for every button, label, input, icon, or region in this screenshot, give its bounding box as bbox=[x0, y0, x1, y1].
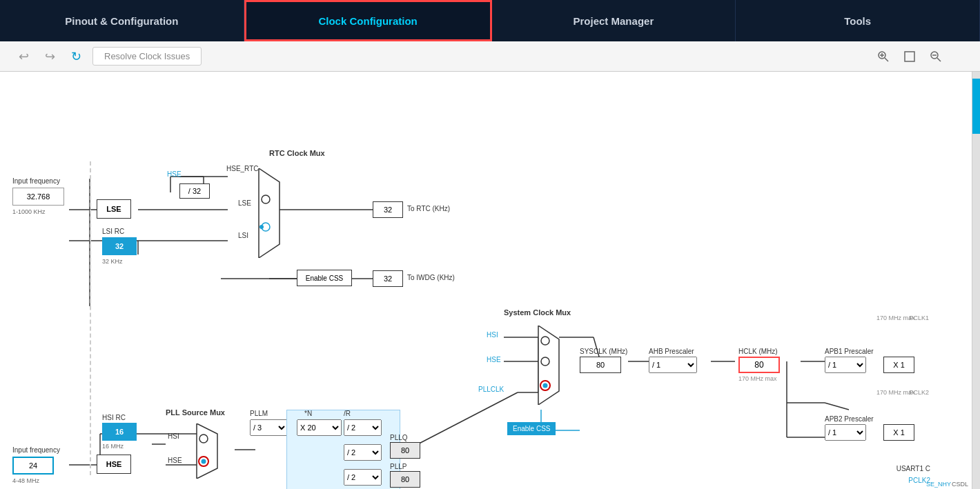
svg-line-31 bbox=[407, 392, 518, 450]
iwdg-output-box: 32 bbox=[373, 270, 403, 287]
svg-point-62 bbox=[543, 383, 548, 388]
svg-line-40 bbox=[825, 403, 849, 410]
input-freq-value[interactable]: 32.768 bbox=[12, 188, 64, 206]
pllq-value-box: 80 bbox=[390, 442, 420, 459]
lsi-mux-label: LSI bbox=[238, 232, 248, 239]
tab-pinout-label: Pinout & Configuration bbox=[65, 15, 178, 27]
hsi-pll-label: HSI bbox=[168, 432, 179, 440]
ahb-prescaler-label: AHB Prescaler bbox=[649, 348, 694, 355]
pllclk-label: PLLCLK bbox=[478, 386, 504, 393]
svg-point-59 bbox=[541, 337, 549, 345]
hsi-rc-label: HSI RC bbox=[102, 414, 126, 421]
system-mux-shape bbox=[535, 326, 562, 405]
hse-rtc-label: HSE_RTC bbox=[226, 165, 259, 172]
svg-line-1 bbox=[885, 58, 888, 61]
refresh-button[interactable]: ↻ bbox=[66, 47, 86, 66]
toolbar: ↩ ↪ ↻ Resolve Clock Issues bbox=[0, 41, 980, 72]
pllq-label: PLLQ bbox=[390, 434, 408, 441]
apb1-prescaler-label: APB1 Prescaler bbox=[825, 348, 874, 355]
hse-label-rtc: HSE bbox=[167, 170, 182, 178]
hse-pll-label: HSE bbox=[168, 457, 182, 464]
scrollbar-thumb[interactable] bbox=[972, 79, 980, 134]
plln-select[interactable]: X 20 bbox=[297, 419, 342, 436]
hclk-max-label: 170 MHz max bbox=[738, 375, 777, 382]
hsi-rc-value[interactable]: 16 bbox=[102, 423, 137, 441]
tab-project-label: Project Manager bbox=[574, 15, 654, 27]
svg-line-6 bbox=[937, 58, 941, 61]
se-nhy-label: SE_NHY bbox=[926, 481, 951, 488]
fullscreen-icon[interactable] bbox=[900, 47, 919, 66]
rtc-to-label: To RTC (KHz) bbox=[407, 205, 450, 212]
zoom-in-icon[interactable] bbox=[874, 47, 893, 66]
input-freq2-range: 4-48 MHz bbox=[12, 477, 39, 484]
clock-canvas: Input frequency 32.768 1-1000 KHz LSE LS… bbox=[0, 72, 972, 489]
sysclk-value-box: 80 bbox=[580, 357, 621, 373]
rtc-output-box: 32 bbox=[373, 201, 403, 218]
pllr-select[interactable]: / 2 bbox=[344, 419, 382, 436]
apb2-div-select[interactable]: / 1 bbox=[825, 424, 866, 441]
lsi-rc-value[interactable]: 32 bbox=[102, 237, 137, 255]
rtc-clock-mux-label: RTC Clock Mux bbox=[269, 149, 325, 157]
pllm-select[interactable]: / 3 bbox=[250, 419, 288, 436]
resolve-clock-button[interactable]: Resolve Clock Issues bbox=[92, 47, 202, 66]
apb2-mult-box: X 1 bbox=[883, 424, 914, 441]
zoom-out-icon[interactable] bbox=[926, 47, 945, 66]
hse-block-lower: HSE bbox=[97, 455, 131, 474]
rtc-mux-shape bbox=[255, 168, 283, 258]
tab-tools[interactable]: Tools bbox=[736, 0, 980, 41]
lse-block: LSE bbox=[97, 199, 131, 219]
undo-button[interactable]: ↩ bbox=[14, 47, 33, 66]
svg-point-64 bbox=[199, 435, 208, 443]
svg-rect-4 bbox=[905, 52, 914, 61]
svg-point-60 bbox=[541, 357, 549, 366]
tab-pinout[interactable]: Pinout & Configuration bbox=[0, 0, 244, 41]
tab-project[interactable]: Project Manager bbox=[492, 0, 736, 41]
div32-box: / 32 bbox=[179, 183, 210, 199]
divider-1 bbox=[90, 161, 91, 475]
pclk1-label: PCLK1 bbox=[909, 315, 929, 321]
iwdg-to-label: To IWDG (KHz) bbox=[407, 274, 455, 281]
svg-point-66 bbox=[202, 459, 206, 464]
lsi-rc-khz: 32 KHz bbox=[102, 258, 123, 265]
apb1-mult-box: X 1 bbox=[883, 357, 914, 373]
input-freq-label: Input frequency bbox=[12, 177, 60, 185]
pllp-label: PLLP bbox=[390, 463, 406, 470]
enable-css-rtc[interactable]: Enable CSS bbox=[297, 270, 352, 286]
hclk-value-box[interactable]: 80 bbox=[738, 357, 780, 373]
hsi-mhz-label: 16 MHz bbox=[102, 443, 124, 450]
pllp-value-box: 80 bbox=[390, 471, 420, 488]
apb2-prescaler-label: APB2 Prescaler bbox=[825, 415, 874, 423]
ahb-div-select[interactable]: / 1 bbox=[649, 357, 697, 373]
pll-source-mux-shape bbox=[193, 423, 221, 479]
lse-mux-label: LSE bbox=[238, 199, 251, 207]
input-freq2-value[interactable]: 24 bbox=[12, 457, 54, 475]
pllp-select[interactable]: / 2 bbox=[344, 469, 382, 486]
csdl-label: CSDL bbox=[952, 481, 968, 488]
svg-marker-63 bbox=[197, 423, 217, 479]
pllm-label: PLLM bbox=[250, 410, 268, 417]
hse-sys-label: HSE bbox=[487, 356, 501, 363]
lsi-rc-label: LSI RC bbox=[102, 228, 124, 235]
tab-tools-label: Tools bbox=[844, 15, 871, 27]
input-freq2-label: Input frequency bbox=[12, 446, 60, 454]
vertical-scrollbar[interactable] bbox=[972, 72, 980, 489]
pllq-select[interactable]: / 2 bbox=[344, 444, 382, 461]
apb1-div-select[interactable]: / 1 bbox=[825, 357, 866, 373]
svg-marker-58 bbox=[538, 326, 559, 405]
input-freq-range: 1-1000 KHz bbox=[12, 208, 46, 215]
top-navigation: Pinout & Configuration Clock Configurati… bbox=[0, 0, 980, 41]
system-clock-mux-label: System Clock Mux bbox=[504, 308, 571, 317]
pllr-label: /R bbox=[344, 410, 351, 417]
redo-button[interactable]: ↪ bbox=[40, 47, 59, 66]
tab-clock[interactable]: Clock Configuration bbox=[244, 0, 492, 41]
svg-marker-54 bbox=[259, 168, 280, 258]
enable-css-pll[interactable]: Enable CSS bbox=[507, 422, 556, 435]
hclk-mhz-label: HCLK (MHz) bbox=[738, 348, 778, 355]
pclk2-label: PCLK2 bbox=[909, 389, 929, 396]
sysclk-mhz-label: SYSCLK (MHz) bbox=[580, 348, 627, 355]
svg-point-55 bbox=[262, 195, 270, 203]
pll-source-mux-label: PLL Source Mux bbox=[166, 408, 225, 417]
main-area: Input frequency 32.768 1-1000 KHz LSE LS… bbox=[0, 72, 980, 489]
hsi-sys-label: HSI bbox=[487, 331, 498, 339]
svg-point-57 bbox=[259, 225, 264, 229]
